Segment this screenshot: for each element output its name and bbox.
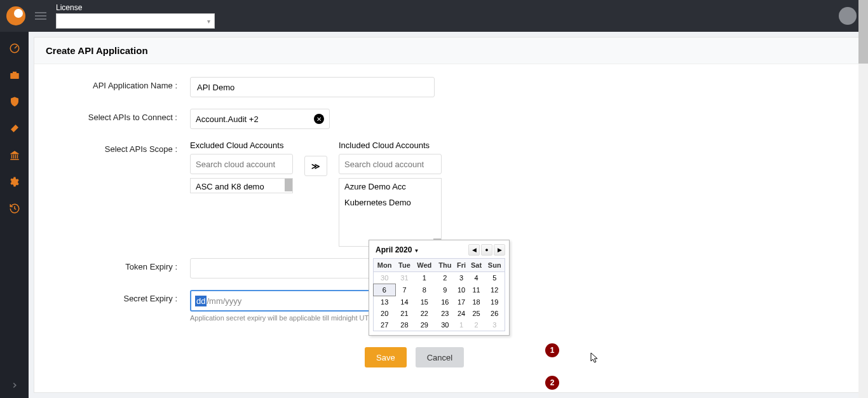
save-button[interactable]: Save	[365, 347, 407, 367]
calendar-grid: MonTueWedThuFriSatSun 303112345678910111…	[373, 258, 505, 331]
calendar-day[interactable]: 3	[484, 319, 505, 331]
prev-month-button[interactable]: ◀	[468, 244, 480, 256]
calendar-day[interactable]: 10	[455, 284, 468, 296]
calendar-day[interactable]: 2	[468, 319, 485, 331]
app-name-label: API Application Name :	[47, 77, 190, 90]
app-logo	[6, 6, 25, 25]
secret-rest-segment: /mm/yyyy	[207, 296, 241, 306]
calendar-day[interactable]: 9	[435, 284, 454, 296]
calendar-day[interactable]: 21	[395, 308, 413, 319]
apis-connect-value: Account.Audit +2	[196, 114, 314, 124]
calendar-day[interactable]: 22	[414, 308, 436, 319]
included-title: Included Cloud Accounts	[339, 141, 442, 150]
dashboard-icon[interactable]	[8, 42, 21, 55]
calendar-day[interactable]: 2	[435, 272, 454, 284]
calendar-day[interactable]: 6	[374, 284, 396, 296]
day-header: Sat	[468, 259, 485, 272]
toolbox-icon[interactable]	[8, 69, 21, 81]
scrollbar-thumb[interactable]	[858, 0, 868, 64]
apis-scope-label: Select APIs Scope :	[47, 141, 190, 154]
chevron-down-icon: ▾	[207, 18, 210, 25]
day-header: Thu	[435, 259, 454, 272]
page-title: Create API Application	[46, 45, 851, 56]
license-select[interactable]: ▾	[56, 13, 215, 29]
shield-icon[interactable]	[8, 95, 21, 108]
day-header: Tue	[395, 259, 413, 272]
secret-dd-segment: dd	[195, 296, 207, 306]
calendar-day[interactable]: 19	[484, 296, 505, 308]
calendar-day[interactable]: 17	[455, 296, 468, 308]
calendar-day[interactable]: 1	[455, 319, 468, 331]
annotation-1: 1	[545, 343, 559, 357]
apis-connect-label: Select APIs to Connect :	[47, 109, 190, 122]
excluded-title: Excluded Cloud Accounts	[190, 141, 293, 150]
sidebar	[0, 32, 29, 398]
cursor-icon	[590, 352, 599, 366]
sidebar-expand-icon[interactable]	[8, 379, 21, 392]
top-bar: License ▾	[0, 0, 868, 32]
content-area: Create API Application API Application N…	[29, 32, 868, 398]
apis-connect-combo[interactable]: Account.Audit +2 ✕	[190, 109, 330, 129]
scrollbar-thumb[interactable]	[285, 179, 292, 191]
calendar-day[interactable]: 13	[374, 296, 396, 308]
calendar-day[interactable]: 31	[395, 272, 413, 284]
list-item[interactable]: Azure Demo Acc	[339, 179, 441, 195]
calendar-day[interactable]: 18	[468, 296, 485, 308]
hamburger-icon[interactable]	[35, 12, 46, 20]
avatar[interactable]	[839, 7, 857, 25]
calendar-day[interactable]: 27	[374, 319, 396, 331]
annotation-2: 2	[545, 376, 559, 390]
day-header: Mon	[374, 259, 396, 272]
calendar-day[interactable]: 5	[484, 272, 505, 284]
next-month-button[interactable]: ▶	[494, 244, 505, 256]
calendar-day[interactable]: 12	[484, 284, 505, 296]
included-list[interactable]: Azure Demo Acc Kubernetes Demo	[339, 178, 442, 247]
excluded-search-input[interactable]	[190, 154, 293, 174]
svg-rect-1	[10, 73, 19, 79]
calendar-day[interactable]: 23	[435, 308, 454, 319]
calendar-day[interactable]: 3	[455, 272, 468, 284]
license-label: License	[56, 3, 215, 12]
calendar-day[interactable]: 30	[374, 272, 396, 284]
calendar-day[interactable]: 7	[395, 284, 413, 296]
calendar-day[interactable]: 14	[395, 296, 413, 308]
caret-down-icon: ▼	[414, 248, 419, 254]
panel-header: Create API Application	[34, 38, 862, 64]
month-selector[interactable]: April 2020▼	[373, 245, 419, 254]
calendar-day[interactable]: 29	[414, 319, 436, 331]
calendar-day[interactable]: 4	[468, 272, 485, 284]
calendar-day[interactable]: 16	[435, 296, 454, 308]
calendar-day[interactable]: 1	[414, 272, 436, 284]
secret-expiry-label: Secret Expiry :	[47, 290, 190, 303]
move-right-button[interactable]: ≫	[304, 156, 327, 176]
institution-icon[interactable]	[8, 149, 21, 161]
date-picker: April 2020▼ ◀ ● ▶ MonTueWedThuFriSatSun …	[369, 240, 510, 336]
history-icon[interactable]	[8, 202, 21, 215]
tool-icon[interactable]	[8, 122, 21, 135]
list-item[interactable]: Kubernetes Demo	[339, 195, 441, 210]
today-button[interactable]: ●	[481, 244, 492, 256]
calendar-day[interactable]: 15	[414, 296, 436, 308]
settings-icon[interactable]	[8, 175, 21, 188]
day-header: Fri	[455, 259, 468, 272]
panel: Create API Application API Application N…	[34, 37, 863, 393]
excluded-list[interactable]: ASC and K8 demo	[190, 178, 293, 193]
calendar-day[interactable]: 28	[395, 319, 413, 331]
calendar-day[interactable]: 30	[435, 319, 454, 331]
day-header: Sun	[484, 259, 505, 272]
calendar-day[interactable]: 20	[374, 308, 396, 319]
clear-selection-icon[interactable]: ✕	[314, 114, 324, 124]
calendar-day[interactable]: 25	[468, 308, 485, 319]
calendar-day[interactable]: 26	[484, 308, 505, 319]
included-search-input[interactable]	[339, 154, 442, 174]
cancel-button[interactable]: Cancel	[416, 347, 464, 367]
calendar-day[interactable]: 8	[414, 284, 436, 296]
license-selector: License ▾	[56, 3, 215, 29]
day-header: Wed	[414, 259, 436, 272]
calendar-day[interactable]: 11	[468, 284, 485, 296]
token-expiry-label: Token Expiry :	[47, 258, 190, 271]
list-item[interactable]: ASC and K8 demo	[191, 179, 292, 193]
page-scrollbar[interactable]	[858, 0, 868, 398]
app-name-input[interactable]	[190, 77, 435, 97]
calendar-day[interactable]: 24	[455, 308, 468, 319]
